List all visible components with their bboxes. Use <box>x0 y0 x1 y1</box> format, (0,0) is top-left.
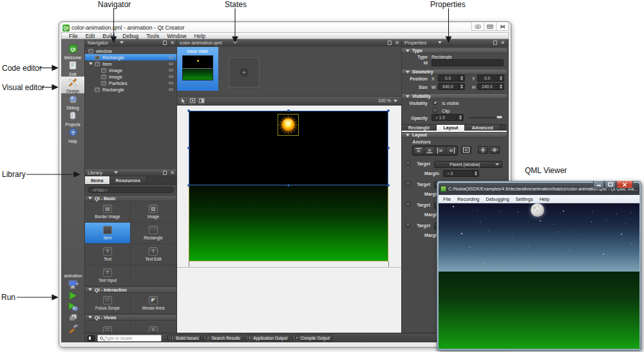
library-item-focus-scope[interactable]: ∷Focus Scope <box>85 293 131 314</box>
title-bar[interactable]: Qt color-animation.qml - animation - Qt … <box>61 23 509 32</box>
margin-0[interactable]: ∘ 0 <box>443 170 479 177</box>
sidebar-toggle-icon[interactable] <box>88 335 95 341</box>
library-item-image[interactable]: ▨Image <box>131 201 176 223</box>
clip-checkbox[interactable] <box>433 108 437 113</box>
selection-handle[interactable] <box>287 109 290 112</box>
library-item-mouse-area[interactable]: ◤Mouse Area <box>131 293 176 314</box>
tree-item-window-0[interactable]: window <box>85 48 176 54</box>
tree-item-rectangle-1[interactable]: Rectangle <box>85 54 176 60</box>
anchor-horizontal-center-button[interactable] <box>478 146 488 154</box>
menu-edit[interactable]: Edit <box>82 33 99 39</box>
visibility-section-header[interactable]: Visibility <box>402 93 507 99</box>
undock-icon[interactable] <box>493 41 497 45</box>
library-tab-items[interactable]: Items <box>85 176 110 184</box>
undock-icon[interactable] <box>163 41 167 45</box>
base-state-tile[interactable]: base state <box>177 47 218 91</box>
anchor-row-checkbox[interactable] <box>406 223 410 227</box>
tree-item-image-3[interactable]: Image <box>85 67 176 73</box>
is-visible-checkbox[interactable] <box>433 100 437 105</box>
id-input[interactable] <box>431 59 504 66</box>
anchor-row-checkbox[interactable] <box>406 161 410 165</box>
selection-handle[interactable] <box>287 184 290 187</box>
form-editor-canvas[interactable] <box>177 106 401 333</box>
anchor-fill-button[interactable] <box>461 146 471 154</box>
tree-item-image-4[interactable]: Image <box>85 73 176 80</box>
run-icon[interactable] <box>68 290 79 301</box>
library-item-text-edit[interactable]: TText Edit <box>131 244 176 265</box>
viewer-menu-help[interactable]: Help <box>538 196 554 202</box>
library-item-text[interactable]: TText <box>85 244 131 265</box>
property-tab-layout[interactable]: Layout <box>437 125 465 131</box>
tree-item-particles-5[interactable]: Particles <box>85 80 176 86</box>
visibility-eye-icon[interactable] <box>169 75 173 78</box>
library-item-unnamed[interactable]: ≡ <box>131 320 176 333</box>
library-filter-input[interactable]: <Filter> <box>88 187 174 193</box>
anchor-row-checkbox[interactable] <box>406 181 410 186</box>
snap-to-guides-button[interactable] <box>198 98 205 104</box>
mode-help[interactable]: ?Help <box>61 127 84 144</box>
menu-help[interactable]: Help <box>190 33 209 39</box>
anchor-right-button[interactable] <box>446 147 457 154</box>
target-selector-icon[interactable] <box>68 279 79 290</box>
tree-item-rectangle-6[interactable]: Rectangle <box>85 86 176 93</box>
selection-handle[interactable] <box>387 184 390 187</box>
chevron-down-icon[interactable] <box>120 41 124 44</box>
chevron-down-icon[interactable] <box>393 100 397 102</box>
library-item-border-image[interactable]: ▤Border Image <box>85 201 131 223</box>
library-item-item[interactable]: Item <box>85 223 131 244</box>
position-y[interactable]: 0.0 <box>477 75 504 82</box>
mode-projects[interactable]: Projects <box>61 110 84 127</box>
chevron-down-icon[interactable] <box>438 41 442 44</box>
sun-image[interactable] <box>278 114 299 136</box>
add-state-tile[interactable]: + <box>229 57 260 88</box>
deploy-icon[interactable] <box>68 312 79 323</box>
anchor-vertical-center-button[interactable] <box>489 146 500 154</box>
selection-tool-button[interactable] <box>180 98 187 104</box>
viewer-menu-debugging[interactable]: Debugging <box>484 196 513 202</box>
library-item-unnamed[interactable]: ∷ <box>85 320 131 333</box>
geometry-section-header[interactable]: Geometry <box>402 69 507 75</box>
library-section-header[interactable]: Qt - Interaction <box>85 286 176 293</box>
spin-down-icon[interactable] <box>498 87 504 90</box>
anchor-top-button[interactable] <box>413 147 424 154</box>
spin-down-icon[interactable] <box>473 174 478 177</box>
library-section-header[interactable]: Qt - Views <box>85 314 176 320</box>
close-icon[interactable]: ✕ <box>170 171 175 176</box>
size-w[interactable]: 640.0 <box>438 83 465 90</box>
visibility-eye-icon[interactable] <box>169 88 173 91</box>
run-debug-icon[interactable] <box>68 301 79 312</box>
selection-handle[interactable] <box>387 109 390 112</box>
spin-down-icon[interactable] <box>459 79 464 82</box>
output-pane-build-issues[interactable]: 1Build Issues <box>167 335 201 341</box>
visibility-eye-icon[interactable] <box>169 82 173 84</box>
visibility-eye-icon[interactable] <box>169 69 173 71</box>
zoom-level[interactable]: 100 % <box>378 98 391 103</box>
mode-debug[interactable]: Debug <box>61 93 84 110</box>
viewer-menu-file[interactable]: File <box>441 196 455 202</box>
minimize-button[interactable] <box>471 23 484 31</box>
opacity-slider-handle[interactable] <box>497 116 502 118</box>
selection-handle[interactable] <box>387 147 390 149</box>
selection-handle[interactable] <box>187 147 190 149</box>
library-item-rectangle[interactable]: Rectangle <box>131 223 176 244</box>
tree-item-item-2[interactable]: Item <box>85 60 176 67</box>
build-icon[interactable] <box>68 323 79 334</box>
property-tab-advanced[interactable]: Advanced <box>465 125 500 131</box>
mode-design[interactable]: Design <box>61 77 84 93</box>
viewer-menu-settings[interactable]: Settings <box>514 196 538 202</box>
chevron-down-icon[interactable] <box>114 171 118 174</box>
expander-icon[interactable] <box>89 62 93 65</box>
visibility-eye-icon[interactable] <box>169 56 173 59</box>
close-icon[interactable]: ✕ <box>170 41 175 46</box>
add-state-icon[interactable]: + <box>240 68 249 77</box>
library-section-header[interactable]: Qt - Basic <box>85 195 176 201</box>
library-tab-resources[interactable]: Resources <box>110 176 147 184</box>
viewer-menu-recording[interactable]: Recording <box>455 196 484 202</box>
anchor-row-checkbox[interactable] <box>406 202 410 207</box>
type-section-header[interactable]: Type <box>402 48 507 53</box>
position-x[interactable]: 0.0 <box>438 75 465 82</box>
visibility-eye-icon[interactable] <box>169 62 173 65</box>
pin-icon[interactable] <box>388 41 392 45</box>
menu-tools[interactable]: Tools <box>142 33 163 39</box>
viewer-maximize-button[interactable] <box>605 181 616 189</box>
